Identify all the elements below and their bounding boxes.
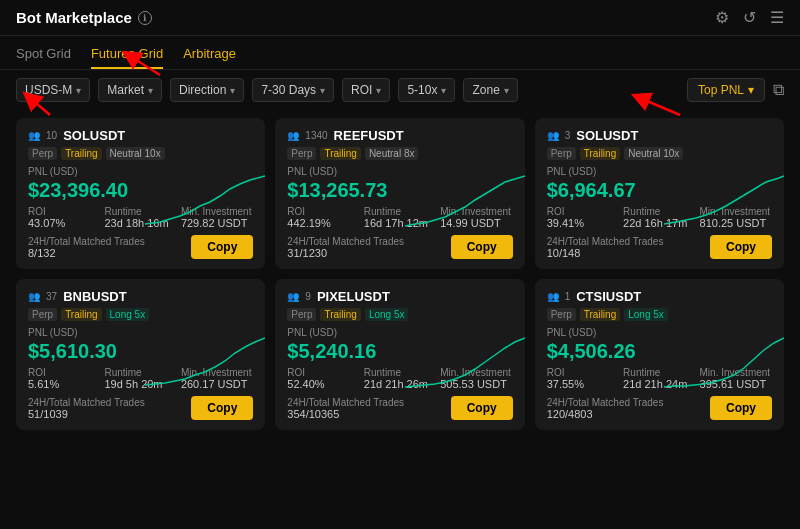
card-header-4: 👥 9 PIXELUSDT: [287, 289, 512, 304]
filter-days[interactable]: 7-30 Days ▾: [252, 78, 334, 102]
cards-grid: 👥 10 SOLUSDT Perp Trailing Neutral 10x P…: [0, 110, 800, 438]
chart-5: [664, 335, 784, 390]
card-symbol-4: PIXELUSDT: [317, 289, 390, 304]
card-tags-3: Perp Trailing Long 5x: [28, 308, 253, 321]
card-symbol-2: SOLUSDT: [576, 128, 638, 143]
tabs: Spot Grid Futures Grid Arbitrage: [0, 36, 800, 70]
chart-2: [664, 174, 784, 229]
card-bottom-2: 24H/Total Matched Trades 10/148 Copy: [547, 235, 772, 259]
users-icon: 👥: [547, 130, 559, 141]
header: Bot Marketplace ℹ ⚙ ↺ ☰: [0, 0, 800, 36]
chevron-down-icon: ▾: [748, 83, 754, 97]
card-bottom-5: 24H/Total Matched Trades 120/4803 Copy: [547, 396, 772, 420]
roi-value-2: 39.41%: [547, 217, 619, 229]
chevron-down-icon: ▾: [504, 85, 509, 96]
tag-perp-5: Perp: [547, 308, 576, 321]
trades-value-1: 31/1230: [287, 247, 404, 259]
copy-button-4[interactable]: Copy: [451, 396, 513, 420]
filter-direction[interactable]: Direction ▾: [170, 78, 244, 102]
bot-card-3: 👥 37 BNBUSDT Perp Trailing Long 5x PNL (…: [16, 279, 265, 430]
card-tags-5: Perp Trailing Long 5x: [547, 308, 772, 321]
card-symbol-1: REEFUSDT: [334, 128, 404, 143]
tag-perp-4: Perp: [287, 308, 316, 321]
refresh-icon[interactable]: ↺: [743, 8, 756, 27]
tag-neutral-4: Long 5x: [365, 308, 409, 321]
bot-card-5: 👥 1 CTSIUSDT Perp Trailing Long 5x PNL (…: [535, 279, 784, 430]
card-symbol-0: SOLUSDT: [63, 128, 125, 143]
tab-spot-grid[interactable]: Spot Grid: [16, 42, 71, 69]
chart-3: [145, 335, 265, 390]
card-bottom-4: 24H/Total Matched Trades 354/10365 Copy: [287, 396, 512, 420]
trades-value-2: 10/148: [547, 247, 664, 259]
tag-neutral-1: Neutral 8x: [365, 147, 419, 160]
card-header-1: 👥 1340 REEFUSDT: [287, 128, 512, 143]
users-icon: 👥: [287, 291, 299, 302]
filter-market[interactable]: Market ▾: [98, 78, 162, 102]
card-tags-0: Perp Trailing Neutral 10x: [28, 147, 253, 160]
user-count-5: 1: [565, 291, 571, 302]
roi-value-3: 5.61%: [28, 378, 100, 390]
card-header-0: 👥 10 SOLUSDT: [28, 128, 253, 143]
roi-value-0: 43.07%: [28, 217, 100, 229]
header-actions: ⚙ ↺ ☰: [715, 8, 784, 27]
trades-value-4: 354/10365: [287, 408, 404, 420]
bot-card-4: 👥 9 PIXELUSDT Perp Trailing Long 5x PNL …: [275, 279, 524, 430]
tag-perp-1: Perp: [287, 147, 316, 160]
tag-perp-2: Perp: [547, 147, 576, 160]
card-tags-1: Perp Trailing Neutral 8x: [287, 147, 512, 160]
user-count-3: 37: [46, 291, 57, 302]
list-icon[interactable]: ☰: [770, 8, 784, 27]
info-icon[interactable]: ℹ: [138, 11, 152, 25]
tag-strategy-4: Trailing: [320, 308, 360, 321]
card-header-2: 👥 3 SOLUSDT: [547, 128, 772, 143]
bot-card-1: 👥 1340 REEFUSDT Perp Trailing Neutral 8x…: [275, 118, 524, 269]
tab-futures-grid[interactable]: Futures Grid: [91, 42, 163, 69]
chevron-down-icon: ▾: [441, 85, 446, 96]
trades-value-0: 8/132: [28, 247, 145, 259]
users-icon: 👥: [287, 130, 299, 141]
users-icon: 👥: [28, 291, 40, 302]
tab-arbitrage[interactable]: Arbitrage: [183, 42, 236, 69]
roi-value-1: 442.19%: [287, 217, 359, 229]
copy-button-5[interactable]: Copy: [710, 396, 772, 420]
card-bottom-1: 24H/Total Matched Trades 31/1230 Copy: [287, 235, 512, 259]
tag-neutral-0: Neutral 10x: [106, 147, 165, 160]
tag-strategy-0: Trailing: [61, 147, 101, 160]
chevron-down-icon: ▾: [320, 85, 325, 96]
roi-value-5: 37.55%: [547, 378, 619, 390]
copy-button-1[interactable]: Copy: [451, 235, 513, 259]
user-count-0: 10: [46, 130, 57, 141]
tag-perp-3: Perp: [28, 308, 57, 321]
card-symbol-5: CTSIUSDT: [576, 289, 641, 304]
users-icon: 👥: [547, 291, 559, 302]
chart-4: [405, 335, 525, 390]
bot-card-0: 👥 10 SOLUSDT Perp Trailing Neutral 10x P…: [16, 118, 265, 269]
sliders-icon[interactable]: ⧉: [773, 81, 784, 99]
settings-icon[interactable]: ⚙: [715, 8, 729, 27]
card-bottom-0: 24H/Total Matched Trades 8/132 Copy: [28, 235, 253, 259]
filter-zone[interactable]: Zone ▾: [463, 78, 517, 102]
filters-bar: USDS-M ▾ Market ▾ Direction ▾ 7-30 Days …: [0, 70, 800, 110]
chevron-down-icon: ▾: [148, 85, 153, 96]
tag-strategy-3: Trailing: [61, 308, 101, 321]
tag-strategy-5: Trailing: [580, 308, 620, 321]
tag-perp-0: Perp: [28, 147, 57, 160]
trades-value-5: 120/4803: [547, 408, 664, 420]
sort-top-pnl[interactable]: Top PNL ▾: [687, 78, 765, 102]
tag-neutral-5: Long 5x: [624, 308, 668, 321]
users-icon: 👥: [28, 130, 40, 141]
filter-leverage[interactable]: 5-10x ▾: [398, 78, 455, 102]
chevron-down-icon: ▾: [76, 85, 81, 96]
card-bottom-3: 24H/Total Matched Trades 51/1039 Copy: [28, 396, 253, 420]
tag-neutral-3: Long 5x: [106, 308, 150, 321]
copy-button-0[interactable]: Copy: [191, 235, 253, 259]
bot-card-2: 👥 3 SOLUSDT Perp Trailing Neutral 10x PN…: [535, 118, 784, 269]
chart-1: [405, 174, 525, 229]
filter-usds-m[interactable]: USDS-M ▾: [16, 78, 90, 102]
tag-strategy-1: Trailing: [320, 147, 360, 160]
copy-button-2[interactable]: Copy: [710, 235, 772, 259]
filter-roi[interactable]: ROI ▾: [342, 78, 390, 102]
copy-button-3[interactable]: Copy: [191, 396, 253, 420]
card-tags-2: Perp Trailing Neutral 10x: [547, 147, 772, 160]
page-title: Bot Marketplace: [16, 9, 132, 26]
